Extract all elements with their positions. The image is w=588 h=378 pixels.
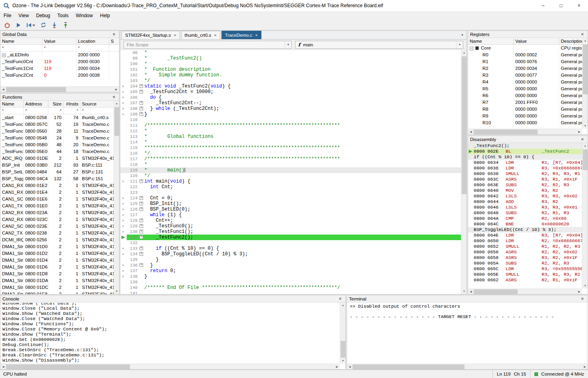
register-group-core[interactable]: −CoreCPU registers: [468, 45, 582, 52]
code-line[interactable]: 99* _TestFunc2(): [120, 56, 461, 61]
expand-disassembly-icon[interactable]: +: [140, 219, 143, 222]
expand-disassembly-icon[interactable]: +: [140, 196, 143, 200]
breakpoint-marker[interactable]: [122, 108, 124, 109]
column-header-size[interactable]: Size: [48, 101, 64, 107]
step-out-button[interactable]: [61, 21, 70, 30]
registers-hscrollbar[interactable]: ◀▶: [468, 129, 582, 134]
scrollbar-thumb[interactable]: [583, 44, 588, 94]
collapse-icon[interactable]: −: [470, 47, 473, 50]
table-row[interactable]: _TestFunc0Cnt1192000 0030: [0, 58, 119, 65]
chevron-down-icon[interactable]: ▼: [456, 41, 463, 48]
scroll-down-button[interactable]: ▼: [461, 288, 467, 294]
close-icon[interactable]: ×: [111, 94, 117, 100]
code-line[interactable]: 114*: [120, 139, 461, 145]
expand-disassembly-icon[interactable]: +: [140, 252, 143, 256]
register-row[interactable]: R22000 0034General purpose register: [468, 65, 582, 72]
console-vscrollbar[interactable]: ▲▼: [340, 302, 345, 364]
filter-cell[interactable]: *: [24, 107, 48, 114]
table-row[interactable]: BSP_Togg0800 04C413258BSP.c:151: [0, 175, 114, 182]
breakpoint-marker[interactable]: [122, 209, 124, 210]
disassembly-line[interactable]: 0800 0646LSLSR3, R3, #0x01: [468, 205, 582, 210]
close-icon[interactable]: ×: [111, 32, 117, 37]
column-header-insts[interactable]: #Insts: [64, 101, 80, 107]
breakpoint-marker[interactable]: [122, 225, 124, 227]
close-icon[interactable]: ×: [337, 296, 343, 302]
step-into-button[interactable]: [50, 21, 59, 30]
table-row[interactable]: _TestFunc0800 05E04418TraceDemo.c: [0, 148, 114, 155]
scrollbar-thumb[interactable]: [474, 289, 518, 294]
scrollbar-thumb[interactable]: [341, 341, 345, 358]
scroll-up-button[interactable]: ▲: [582, 143, 588, 149]
code-line[interactable]: 116*/: [120, 151, 461, 156]
chevron-down-icon[interactable]: ▼: [285, 41, 291, 48]
close-icon[interactable]: ×: [579, 137, 586, 142]
breakpoint-marker[interactable]: [122, 203, 124, 205]
disassembly-line[interactable]: 0800 0634LDRR1, [R7, #0x04]: [468, 160, 582, 165]
scroll-down-button[interactable]: ▼: [582, 123, 588, 129]
expand-icon[interactable]: +: [2, 54, 6, 57]
tab-tracedemo-c[interactable]: TraceDemo.c×: [221, 31, 261, 39]
disassembly-line[interactable]: 0800 063CASRSR3, R1, #0x1F: [468, 177, 582, 182]
table-row[interactable]: CAN1_RX0800 01E421STM32F40x_41x_43x_Vect…: [0, 189, 114, 196]
breakpoint-marker[interactable]: [122, 86, 124, 87]
power-button[interactable]: [2, 21, 12, 30]
breakpoint-marker[interactable]: [122, 270, 124, 272]
table-row[interactable]: DMA1_Str0800 01D221STM32F40x_41x_43x_Vec…: [0, 250, 114, 257]
column-header-address[interactable]: Address: [24, 101, 48, 107]
functions-vscrollbar[interactable]: ▲▼: [114, 101, 119, 294]
disassembly-line[interactable]: 0800 0662ASRSR2, R1, #0x1F: [468, 277, 582, 283]
global-data-hscrollbar[interactable]: ◀▶: [0, 86, 119, 92]
code-line[interactable]: 110: [120, 117, 461, 123]
disassembly-line[interactable]: 0800 0656ASRSR2, R2, #0x02: [468, 249, 582, 255]
code-line[interactable]: 122 int Cnt;: [120, 184, 461, 190]
function-select-combo[interactable]: f main ▼: [295, 41, 463, 49]
expand-disassembly-icon[interactable]: +: [140, 202, 143, 205]
disassembly-line[interactable]: 0800 0652SMULLR1, R2, R2, R3: [468, 244, 582, 249]
scrollbar-thumb[interactable]: [6, 364, 130, 369]
console-output[interactable]: Window.Show ("Local Data");Window.Close …: [2, 303, 339, 363]
breakpoint-marker[interactable]: [122, 91, 124, 93]
expand-disassembly-icon[interactable]: +: [140, 101, 143, 105]
register-row[interactable]: R72001 FFF0General purpose register: [468, 99, 582, 106]
filter-cell[interactable]: [109, 45, 119, 51]
scroll-right-button[interactable]: ▶: [576, 129, 582, 135]
table-row[interactable]: CAN1_SC0800 01E621STM32F40x_41x_43x_Vect…: [0, 196, 114, 203]
terminal-hscrollbar[interactable]: ◀▶: [347, 364, 588, 369]
breakpoint-marker[interactable]: [122, 248, 124, 249]
table-row[interactable]: DMA1_Str0800 01D421STM32F40x_41x_43x_Vec…: [0, 257, 114, 264]
expand-disassembly-icon[interactable]: +: [140, 247, 143, 250]
filter-cell[interactable]: *: [0, 107, 24, 114]
table-row[interactable]: DMA1_Str0800 01DA21STM32F40x_41x_43x_Vec…: [0, 277, 114, 284]
code-line[interactable]: 133+ if ((Cnt % 10) == 0) {: [120, 246, 461, 251]
filter-cell[interactable]: *: [76, 45, 109, 51]
code-line[interactable]: 137 return 0;: [120, 268, 461, 274]
table-row[interactable]: DMA1_Str0800 01D021STM32F40x_41x_43x_Vec…: [0, 243, 114, 250]
scroll-down-button[interactable]: ▼: [114, 288, 120, 294]
scrollbar-thumb[interactable]: [114, 107, 119, 136]
code-line[interactable]: 104+static void _TestFunc2(void) {: [120, 84, 461, 89]
table-row[interactable]: ADC_IRQ0800 01DE21STM32F40x_41x_43x_Vect…: [0, 155, 114, 162]
expand-disassembly-icon[interactable]: +: [140, 263, 143, 267]
disassembly-line[interactable]: 0800 064CBNE0x08000620: [468, 221, 582, 227]
breakpoint-marker[interactable]: [122, 102, 124, 104]
disassembly-line[interactable]: 0800 065ASUBSR2, R2, R3: [468, 261, 582, 266]
disassembly-line[interactable]: 0800 0650LDRR2, =0x66666667: [468, 238, 582, 244]
table-row[interactable]: CAN2_TX0800 023821STM32F40x_41x_43x_Vect…: [0, 230, 114, 237]
refresh-button[interactable]: [38, 21, 48, 30]
scroll-left-button[interactable]: ◀: [468, 289, 474, 294]
menu-item-help[interactable]: Help: [96, 11, 114, 20]
code-line[interactable]: 100*: [120, 61, 461, 67]
code-line[interactable]: 135 }: [120, 257, 461, 263]
table-row[interactable]: CAN2_RX0800 023C21STM32F40x_41x_43x_Vect…: [0, 216, 114, 223]
code-line[interactable]: 139: [120, 279, 461, 285]
breakpoint-marker[interactable]: [122, 214, 124, 216]
table-row[interactable]: _start0800 025817074thumb_crt0.s: [0, 114, 114, 121]
table-row[interactable]: DMA2_Str0800 01E821STM32F40x_41x_43x_Vec…: [0, 291, 114, 294]
scroll-down-button[interactable]: ▼: [340, 358, 346, 364]
register-row[interactable]: R40000 0000General purpose register: [468, 79, 582, 86]
breakpoint-marker[interactable]: [122, 276, 124, 277]
expand-disassembly-icon[interactable]: +: [140, 84, 143, 88]
reset-button[interactable]: [25, 21, 37, 30]
code-line[interactable]: 111/************************************…: [120, 123, 461, 128]
disassembly-line[interactable]: 0800 0648SUBSR2, R1, R3: [468, 210, 582, 216]
